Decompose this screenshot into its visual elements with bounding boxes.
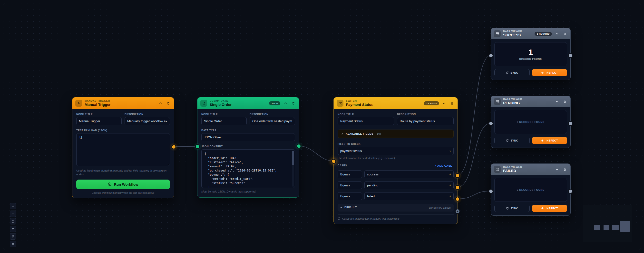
node-title-input[interactable] <box>338 117 394 125</box>
case-operator-select[interactable] <box>338 192 362 200</box>
lightning-icon[interactable] <box>449 150 452 152</box>
delete-node-button[interactable] <box>290 101 296 106</box>
node-switch[interactable]: SWITCH Payment Status 3 CASES NODE TITLE… <box>334 97 458 224</box>
lightning-icon[interactable] <box>449 184 452 187</box>
lock-button[interactable] <box>10 226 16 232</box>
node-type-label: DATA VIEWER <box>503 30 532 33</box>
output-port-viewer-failed[interactable] <box>568 189 573 194</box>
output-port-trigger[interactable] <box>171 144 176 149</box>
sync-button[interactable]: SYNC <box>494 69 530 76</box>
output-port-viewer-pending[interactable] <box>568 121 573 126</box>
lightning-icon[interactable] <box>449 173 452 176</box>
node-header[interactable]: SWITCH Payment Status 3 CASES <box>334 97 458 109</box>
collapse-button[interactable] <box>554 99 560 104</box>
inspect-button[interactable]: INSPECT <box>532 205 567 212</box>
description-label: DESCRIPTION <box>250 113 295 116</box>
minimap-node <box>612 225 619 230</box>
inspect-button[interactable]: INSPECT <box>532 137 567 144</box>
field-to-check-input[interactable] <box>338 147 454 155</box>
input-port-viewer-success[interactable] <box>488 53 493 58</box>
node-title: SUCCESS <box>503 33 532 37</box>
delete-node-button[interactable] <box>449 101 454 106</box>
data-type-select[interactable] <box>201 133 295 141</box>
inspect-button[interactable]: INSPECT <box>532 69 567 76</box>
record-count-display: 0 RECORDS FOUND <box>494 110 567 134</box>
node-data-viewer-pending[interactable]: DATA VIEWER PENDING 0 RECORDS FOUND SYNC <box>491 96 571 148</box>
toggle-grid-button[interactable] <box>10 241 16 247</box>
refresh-icon <box>506 139 509 142</box>
output-port-case-failed[interactable] <box>455 197 460 201</box>
node-header[interactable]: DATA VIEWER FAILED <box>491 164 570 175</box>
input-port-viewer-pending[interactable] <box>488 121 493 126</box>
scrollbar[interactable] <box>292 151 294 187</box>
sync-button[interactable]: SYNC <box>494 137 530 144</box>
output-port-dummy[interactable] <box>296 144 301 149</box>
delete-node-button[interactable] <box>166 101 171 106</box>
edge-pending-to-viewer <box>457 123 491 187</box>
test-payload-input[interactable]: {} <box>76 133 170 166</box>
play-icon <box>108 182 112 186</box>
collapse-button[interactable] <box>442 101 447 106</box>
output-port-case-success[interactable] <box>455 173 460 178</box>
description-input[interactable] <box>397 117 454 125</box>
delete-node-button[interactable] <box>562 167 568 172</box>
json-content-editor[interactable]: { "order_id": 1042, "customer": "Alice",… <box>201 149 295 188</box>
collapse-button[interactable] <box>283 101 288 106</box>
node-dummy-data[interactable]: DUMMY DATA Single Order JSON NODE TITLE … <box>197 97 299 198</box>
input-port-dummy[interactable] <box>195 144 200 149</box>
node-data-viewer-success[interactable]: DATA VIEWER SUCCESS 1 RECORD 1 RECORD FO… <box>491 28 571 80</box>
node-header[interactable]: DUMMY DATA Single Order JSON <box>198 97 299 109</box>
case-operator-select[interactable] <box>338 170 362 178</box>
sync-button[interactable]: SYNC <box>494 205 530 212</box>
available-fields-count: (10) <box>376 132 381 135</box>
node-title-input[interactable] <box>76 117 122 125</box>
node-data-viewer-failed[interactable]: DATA VIEWER FAILED 0 RECORDS FOUND SYNC <box>491 163 571 216</box>
delete-node-button[interactable] <box>562 31 568 36</box>
case-value-input[interactable] <box>364 181 454 189</box>
output-port-default[interactable]: + <box>455 209 460 214</box>
node-type-label: DUMMY DATA <box>210 100 267 102</box>
node-title: Single Order <box>210 102 267 107</box>
table-icon <box>494 98 501 105</box>
node-type-label: DATA VIEWER <box>503 166 552 169</box>
trigger-footer-note: Execute workflow manually with the test … <box>76 191 170 194</box>
zoom-out-button[interactable] <box>10 210 16 217</box>
input-port-viewer-failed[interactable] <box>488 189 493 194</box>
focus-selection-button[interactable] <box>10 233 16 239</box>
node-title-label: NODE TITLE <box>338 113 394 116</box>
run-workflow-button[interactable]: Run Workflow <box>76 180 170 189</box>
node-manual-trigger[interactable]: MANUAL TRIGGER Manual Trigger NODE TITLE… <box>72 97 174 198</box>
output-port-case-pending[interactable] <box>455 185 460 190</box>
node-title-input[interactable] <box>201 117 247 125</box>
collapse-button[interactable] <box>554 31 560 36</box>
collapse-button[interactable] <box>554 167 560 172</box>
lightning-icon[interactable] <box>449 195 452 198</box>
fit-view-button[interactable] <box>10 218 16 224</box>
add-case-button[interactable]: + ADD CASE <box>434 164 454 167</box>
branch-icon <box>337 100 344 107</box>
minimap[interactable] <box>583 205 632 242</box>
node-header[interactable]: DATA VIEWER SUCCESS 1 RECORD <box>491 28 570 39</box>
description-input[interactable] <box>124 117 170 125</box>
case-value-input[interactable] <box>364 170 454 178</box>
delete-node-button[interactable] <box>562 99 568 104</box>
node-header[interactable]: MANUAL TRIGGER Manual Trigger <box>72 97 174 109</box>
workflow-canvas[interactable]: MANUAL TRIGGER Manual Trigger NODE TITLE… <box>0 0 644 253</box>
available-fields-toggle[interactable]: AVAILABLE FIELDS (10) <box>338 130 454 138</box>
input-port-switch[interactable] <box>331 159 336 164</box>
case-value-input[interactable] <box>364 192 454 200</box>
case-operator-select[interactable] <box>338 181 362 189</box>
output-port-viewer-success[interactable] <box>568 53 573 58</box>
node-title-label: NODE TITLE <box>201 113 247 116</box>
cursor-click-icon <box>75 100 82 107</box>
node-type-label: DATA VIEWER <box>503 98 552 101</box>
zoom-in-button[interactable] <box>10 203 16 209</box>
case-row-success <box>338 170 454 178</box>
info-icon <box>338 217 340 220</box>
scrollbar-thumb[interactable] <box>292 151 294 165</box>
description-input[interactable] <box>250 117 295 125</box>
collapse-button[interactable] <box>158 101 163 106</box>
node-header[interactable]: DATA VIEWER PENDING <box>491 96 570 107</box>
json-content-text[interactable]: { "order_id": 1042, "customer": "Alice",… <box>204 152 290 188</box>
json-badge: JSON <box>269 101 280 105</box>
